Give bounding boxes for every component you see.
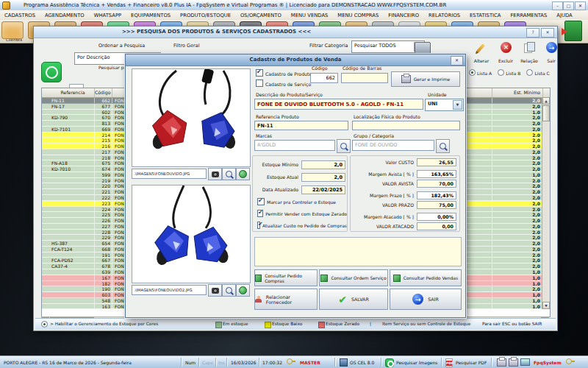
printer-icon[interactable] xyxy=(497,358,506,367)
relacao-icon[interactable] xyxy=(522,42,538,57)
col-codigo[interactable]: Código xyxy=(95,88,112,97)
marcas-field[interactable]: A'GOLD xyxy=(254,140,335,151)
menu-item[interactable]: EQUIPAMENTOS xyxy=(131,13,171,18)
modal-close-button[interactable]: ✕ xyxy=(451,56,463,66)
estoque-value-field[interactable]: 2,0 xyxy=(301,173,345,182)
image2-camera-button[interactable] xyxy=(208,284,222,297)
vscroll-thumb[interactable] xyxy=(542,105,550,121)
salvar-button[interactable]: SALVAR xyxy=(319,289,388,310)
menu-item[interactable]: RELATÓRIOS xyxy=(429,13,460,18)
image2-zoom-button[interactable] xyxy=(222,284,236,297)
marcas-search-button[interactable] xyxy=(337,139,351,153)
help-button[interactable]: ? xyxy=(526,28,539,38)
checkbox-icon[interactable] xyxy=(256,79,263,87)
estoque-value-field[interactable]: 22/02/2025 xyxy=(301,185,345,194)
close-button[interactable]: ✕ xyxy=(575,1,586,10)
barras-field[interactable] xyxy=(341,73,388,83)
consultar-button[interactable]: Consultar Pedido Compras xyxy=(254,269,318,286)
checkbox-checked-icon[interactable] xyxy=(256,69,263,77)
image1-path-field[interactable]: .\IMAGENS\FONEOUVIDO.JPG xyxy=(132,169,207,179)
estoque-flag[interactable]: Marcar pra Controlar o Estoque xyxy=(254,196,347,208)
sair-icon[interactable] xyxy=(544,42,560,57)
estoque-row: Estoque Mínimo2,0 xyxy=(254,158,347,171)
col-est-minimo[interactable]: Est. Minimo xyxy=(492,88,543,97)
menu-item[interactable]: AJUDA xyxy=(556,13,572,18)
valor-field[interactable]: 75,00 xyxy=(417,201,456,209)
referencia-field[interactable]: FN-11 xyxy=(254,121,348,130)
menu-item[interactable]: CADASTROS xyxy=(4,13,35,18)
gerar-imprimir-button[interactable]: Gerar e Imprime xyxy=(391,71,460,87)
grupo-field[interactable]: FONE DE OUVIDO xyxy=(352,140,434,151)
legend-toggle[interactable]: > Habilitar o Gerenciamento do Estoque p… xyxy=(50,322,158,326)
lista-option[interactable]: Lista C xyxy=(526,69,549,76)
unidade-combo[interactable]: UNI xyxy=(425,99,464,111)
toolbar-icon[interactable] xyxy=(1,21,24,39)
estoque-flag[interactable]: Atualizar Custo no Pedido de Compras xyxy=(254,219,347,231)
printer-icon xyxy=(401,75,411,83)
note-field[interactable] xyxy=(254,237,462,266)
magnifier-icon xyxy=(226,171,232,177)
valor-field[interactable]: 182,43% xyxy=(417,191,456,199)
menu-item[interactable]: PRODUTO/ESTOQUE xyxy=(180,13,231,18)
estoque-flag[interactable]: Permitir Vender com Estoque Zerado xyxy=(254,208,347,219)
menu-item[interactable]: OS/ORÇAMENTO xyxy=(240,13,282,18)
printer2-icon[interactable] xyxy=(509,358,518,367)
consultar-button[interactable]: Consultar Ordem Serviço xyxy=(319,269,388,286)
cb-servico-row[interactable]: Cadastro de Serviço xyxy=(256,79,311,87)
radio-icon[interactable] xyxy=(526,69,533,76)
pdf-icon[interactable] xyxy=(445,358,453,367)
scroll-down-icon[interactable] xyxy=(542,302,550,309)
image2-path-field[interactable]: .\IMAGENS\FONEOUVIDO2.JPG xyxy=(132,285,207,295)
excluir-icon[interactable] xyxy=(498,42,514,57)
pesquisar-pdf[interactable]: Pesquisar PDF xyxy=(456,360,487,365)
taskbar: PORTO ALEGRE - RS 16 de Marco de 2026 - … xyxy=(0,355,588,368)
estoque-value-field[interactable]: 2,0 xyxy=(301,160,345,169)
menu-item[interactable]: FERRAMENTAS xyxy=(510,13,547,18)
pesquisar-imagens[interactable]: Pesquisar Imagens xyxy=(396,360,437,365)
image1-zoom-button[interactable] xyxy=(222,168,236,180)
localizacao-field[interactable] xyxy=(352,121,460,130)
valor-field[interactable]: 0,00 xyxy=(417,222,456,230)
menu-item[interactable]: ESTATISTICA xyxy=(470,13,501,18)
scroll-up-icon[interactable] xyxy=(542,97,550,105)
legend-radio[interactable] xyxy=(41,321,48,328)
image1-camera-button[interactable] xyxy=(208,168,222,180)
menu-item[interactable]: MENU COMPRAS xyxy=(337,13,379,18)
exit-door-icon[interactable] xyxy=(564,21,582,41)
consultar-button[interactable]: Consultar Pedido Vendas xyxy=(390,269,462,286)
checkbox-checked-icon[interactable] xyxy=(257,222,260,229)
grupo-search-button[interactable] xyxy=(436,139,450,153)
monitor-icon[interactable] xyxy=(520,358,530,366)
descricao-field[interactable]: FONE DE OUVIDO BLUETOOTH 5.0 - AGOLD - F… xyxy=(254,99,423,110)
image1-web-button[interactable] xyxy=(236,168,250,180)
minimize-button[interactable]: – xyxy=(552,1,563,10)
checkbox-checked-icon[interactable] xyxy=(257,210,263,217)
table-vscrollbar[interactable] xyxy=(542,97,550,309)
whatsapp-icon[interactable] xyxy=(41,62,62,82)
codigo-field[interactable]: 662 xyxy=(310,73,338,83)
relacionar-fornecedor-button[interactable]: Relacionar Fornecedor xyxy=(254,289,318,310)
modal-sair-button[interactable]: SAIR xyxy=(390,289,462,310)
lista-option[interactable]: Lista A xyxy=(469,69,492,76)
lista-option[interactable]: Lista B xyxy=(498,69,520,76)
menu-item[interactable]: AGENDAMENTO xyxy=(45,13,85,18)
alterar-icon[interactable] xyxy=(473,42,490,57)
valor-field[interactable]: 163,65% xyxy=(417,170,456,178)
cb-produtos-row[interactable]: Cadastro de Produtos xyxy=(256,69,314,77)
whatsapp-icon[interactable] xyxy=(385,358,394,367)
image2-web-button[interactable] xyxy=(236,284,250,297)
menu-item[interactable]: FINANCEIRO xyxy=(388,13,419,18)
window-close-button[interactable]: ✕ xyxy=(541,28,554,38)
radio-icon[interactable] xyxy=(498,69,504,76)
valor-field[interactable]: 0,00% xyxy=(417,213,456,221)
menu-item[interactable]: WHATSAPP xyxy=(94,13,121,18)
categoria-combo[interactable]: Pesquisar TODOS xyxy=(351,40,425,53)
menu-item[interactable]: MENU VENDAS xyxy=(291,13,329,18)
checkbox-checked-icon[interactable] xyxy=(257,198,265,205)
valor-field[interactable]: 26,55 xyxy=(417,158,456,166)
col-referencia[interactable]: Referencia xyxy=(42,88,95,97)
radio-icon[interactable] xyxy=(469,69,476,76)
os-icon xyxy=(340,358,348,367)
valor-field[interactable]: 70,00 xyxy=(417,180,456,188)
maximize-button[interactable]: ▢ xyxy=(563,1,574,10)
